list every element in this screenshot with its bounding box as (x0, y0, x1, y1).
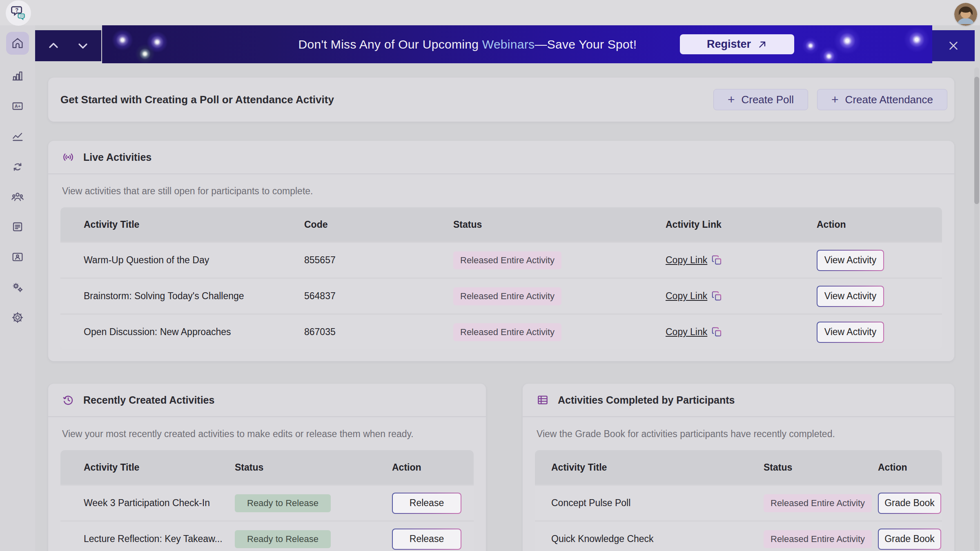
sidebar-nav: A+ (0, 25, 35, 551)
get-started-panel: Get Started with Creating a Poll or Atte… (48, 78, 954, 122)
banner-close-area (932, 30, 975, 61)
bar-chart-icon (11, 69, 24, 82)
sparkle-decoration (833, 27, 862, 55)
status-badge: Released Entire Activity (764, 530, 872, 548)
plus-icon: + (831, 93, 839, 106)
user-avatar[interactable] (954, 3, 977, 26)
copy-icon (711, 291, 722, 302)
activity-title-cell: Warm-Up Question of the Day (84, 255, 304, 266)
copy-link[interactable]: Copy Link (666, 255, 722, 266)
sidebar-item-reports[interactable] (11, 69, 24, 83)
top-bar (0, 0, 980, 25)
completed-activities-title: Activities Completed by Participants (558, 394, 735, 406)
table-row: Lecture Reflection: Key Takeaw... Ready … (60, 520, 474, 551)
chat-question-logo-icon: ? (9, 4, 27, 22)
banner-prev-button[interactable] (45, 37, 62, 55)
banner-close-button[interactable] (947, 39, 960, 53)
sidebar-item-trends[interactable] (11, 129, 24, 143)
line-chart-icon (11, 130, 24, 143)
release-button[interactable]: Release (392, 529, 461, 550)
table-row: Quick Knowledge Check Released Entire Ac… (535, 520, 942, 551)
grade-book-table-icon (537, 394, 549, 406)
history-clock-icon (62, 394, 74, 406)
live-activities-title: Live Activities (83, 151, 151, 163)
copy-link[interactable]: Copy Link (666, 291, 722, 302)
chevron-down-icon (76, 38, 90, 53)
recently-created-description: View your most recently created activiti… (48, 417, 486, 440)
recently-created-title: Recently Created Activities (83, 394, 214, 406)
live-activities-table: Activity Title Code Status Activity Link… (60, 207, 942, 349)
status-badge: Released Entire Activity (764, 494, 872, 512)
status-badge: Released Entire Activity (453, 287, 561, 305)
create-poll-button[interactable]: + Create Poll (713, 89, 808, 110)
recently-created-table: Activity Title Status Action Week 3 Part… (60, 450, 474, 551)
avatar-photo (954, 3, 977, 26)
activity-code-cell: 855657 (304, 255, 453, 266)
recently-created-panel: Recently Created Activities View your mo… (48, 384, 486, 551)
sidebar-item-surveys[interactable] (11, 220, 24, 234)
activity-title-cell: Lecture Reflection: Key Takeaw... (84, 533, 235, 544)
view-activity-button[interactable]: View Activity (817, 250, 884, 271)
create-attendance-button[interactable]: + Create Attendance (817, 89, 947, 110)
grade-card-icon: A+ (11, 100, 24, 113)
survey-doc-icon (11, 220, 24, 233)
promo-banner: Don't Miss Any of Our Upcoming Webinars—… (102, 25, 932, 63)
gear-icon (11, 311, 24, 324)
activity-title-cell: Quick Knowledge Check (551, 533, 764, 544)
table-row: Week 3 Participation Check-In Ready to R… (60, 484, 474, 520)
activity-code-cell: 564837 (304, 291, 453, 302)
sidebar-item-integrations[interactable] (11, 280, 24, 294)
activity-title-cell: Week 3 Participation Check-In (84, 498, 235, 509)
sidebar-item-home[interactable] (6, 32, 29, 55)
sparkle-decoration (903, 26, 930, 53)
activity-code-cell: 867035 (304, 327, 453, 338)
users-icon (11, 190, 24, 203)
completed-activities-panel: Activities Completed by Participants Vie… (523, 384, 954, 551)
status-badge: Ready to Release (235, 530, 331, 548)
arrow-up-right-icon (757, 40, 767, 49)
presentation-icon (11, 251, 24, 264)
sidebar-item-presentation[interactable] (11, 250, 24, 264)
close-icon (947, 39, 960, 53)
view-activity-button[interactable]: View Activity (817, 286, 884, 307)
copy-icon (711, 255, 722, 266)
live-activities-panel: Live Activities View activities that are… (48, 141, 954, 361)
sidebar-item-participants[interactable] (11, 190, 24, 204)
release-button[interactable]: Release (392, 493, 461, 514)
scrollbar-thumb[interactable] (974, 77, 979, 204)
broadcast-live-icon (62, 151, 74, 163)
recycle-icon (11, 160, 24, 173)
svg-text:A+: A+ (15, 104, 21, 109)
home-icon (11, 37, 24, 50)
get-started-title: Get Started with Creating a Poll or Atte… (60, 93, 334, 106)
view-activity-button[interactable]: View Activity (817, 322, 884, 343)
grade-book-button[interactable]: Grade Book (878, 493, 941, 514)
status-badge: Released Entire Activity (453, 323, 561, 341)
sidebar-item-grading[interactable]: A+ (11, 99, 24, 113)
sidebar-item-recycle[interactable] (11, 160, 24, 173)
table-row: Brainstorm: Solving Today's Challenge 56… (60, 278, 942, 313)
completed-activities-table: Activity Title Status Action Concept Pul… (535, 450, 942, 551)
banner-highlight-text: Webinars (482, 38, 535, 51)
banner-carousel-nav (35, 30, 101, 61)
register-button[interactable]: Register (680, 34, 794, 54)
table-header-row: Activity Title Status Action (60, 450, 474, 484)
copy-link[interactable]: Copy Link (666, 327, 722, 338)
live-activities-description: View activities that are still open for … (48, 174, 954, 197)
activity-title-cell: Concept Pulse Poll (551, 498, 764, 509)
app-logo[interactable]: ? (6, 0, 31, 26)
table-row: Open Discussion: New Approaches 867035 R… (60, 313, 942, 349)
activity-title-cell: Brainstorm: Solving Today's Challenge (84, 291, 304, 302)
svg-text:?: ? (15, 7, 18, 13)
table-row: Concept Pulse Poll Released Entire Activ… (535, 484, 942, 520)
grade-book-button[interactable]: Grade Book (878, 529, 941, 550)
chevron-up-icon (46, 38, 61, 53)
activity-title-cell: Open Discussion: New Approaches (84, 327, 304, 338)
status-badge: Released Entire Activity (453, 251, 561, 269)
status-badge: Ready to Release (235, 494, 331, 512)
completed-activities-description: View the Grade Book for activities parti… (523, 417, 954, 440)
table-header-row: Activity Title Status Action (535, 450, 942, 484)
gears-icon (11, 281, 24, 294)
sidebar-item-settings[interactable] (11, 311, 24, 324)
banner-next-button[interactable] (74, 37, 92, 55)
